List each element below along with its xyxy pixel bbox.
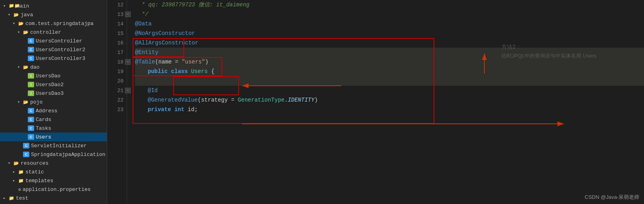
sidebar-item-pojo[interactable]: 📂 pojo: [0, 98, 107, 106]
sidebar-label-ud: UsersDao: [36, 73, 60, 79]
sidebar-label-templates: templates: [25, 178, 53, 184]
sidebar-item-controller[interactable]: 📂 controller: [0, 28, 107, 37]
sidebar-label-java: java: [21, 12, 33, 18]
folder-icon-main: 📁: [9, 3, 15, 9]
ln-16: 16: [107, 38, 123, 48]
sidebar-item-cards[interactable]: C Cards: [0, 115, 107, 124]
code-text-21: @Id: [148, 87, 158, 94]
code-line-21: @Id: [135, 86, 644, 95]
watermark: CSDN @Java-呆萌老师: [585, 194, 639, 201]
code-line-15: @NoArgsConstructor: [135, 29, 644, 38]
chevron-pojo: [17, 100, 23, 104]
code-text-22b: (strategy =: [198, 97, 238, 103]
code-editor: 12 13 — 14 15 16 17 18 — 19 20 21 — 22 2…: [107, 0, 644, 204]
code-text-15: @NoArgsConstructor: [135, 30, 195, 37]
sidebar-item-templates[interactable]: 📁 templates: [0, 176, 107, 185]
sidebar-item-usersdao3[interactable]: I UsersDao3: [0, 89, 107, 98]
class-icon-tasks: C: [28, 125, 34, 131]
code-text-22a: @GeneratedValue: [148, 97, 198, 103]
sidebar-item-userscontroller2[interactable]: C UsersController2: [0, 45, 107, 54]
code-line-14: @Data: [135, 19, 644, 29]
sidebar-item-java[interactable]: 📂 java: [0, 10, 107, 19]
sidebar-item-springapp[interactable]: C SpringdatajpaApplication: [0, 150, 107, 159]
ln-23: 23: [107, 105, 123, 114]
ln-21: 21 —: [107, 86, 123, 95]
sidebar-item-servlet[interactable]: C ServletInitializer: [0, 141, 107, 150]
sidebar-item-main[interactable]: 📁 main: [0, 2, 107, 10]
class-icon-servlet: C: [23, 143, 29, 148]
folder-icon-controller: 📂: [23, 30, 29, 35]
sidebar-label-ud3: UsersDao3: [36, 90, 64, 96]
sidebar-item-usersdao2[interactable]: I UsersDao2: [0, 80, 107, 89]
code-text-17: @Entity: [135, 49, 158, 56]
code-text-14: @Data: [135, 21, 152, 27]
code-text-18b: (name =: [155, 59, 181, 65]
class-icon-cards: C: [28, 117, 34, 122]
sidebar-item-tasks[interactable]: C Tasks: [0, 124, 107, 133]
class-icon-uc3: C: [28, 56, 34, 61]
annotation-method2: 方法2：: [501, 44, 596, 51]
ln-17: 17: [107, 48, 123, 57]
indent-22: [135, 97, 148, 103]
code-text-12: * qq: 2398779723 微信: it_daimeng: [135, 1, 249, 8]
sidebar-item-users[interactable]: C Users: [0, 133, 107, 141]
interface-icon-ud3: I: [28, 90, 34, 96]
sidebar-label-pojo: pojo: [30, 99, 42, 105]
chevron-java: [8, 12, 13, 17]
code-line-22: @GeneratedValue(strategy = GenerationTyp…: [135, 95, 644, 105]
code-text-13: */: [135, 11, 148, 17]
class-icon-uc: C: [28, 38, 34, 44]
code-kw-int: int: [174, 106, 184, 113]
chevron-com: [13, 21, 18, 26]
sidebar-label-ud2: UsersDao2: [36, 82, 64, 88]
code-text-18c: "users": [182, 59, 205, 65]
code-sp1: [168, 68, 171, 75]
indent-21: [135, 87, 148, 94]
code-sp-priv: [171, 106, 174, 113]
sidebar-label-tasks: Tasks: [36, 125, 51, 131]
sidebar-label-users: Users: [36, 134, 51, 140]
folder-icon-pojo: 📂: [23, 100, 29, 105]
chevron-main: [3, 4, 9, 8]
indent-19: [135, 68, 148, 75]
sidebar-item-resources[interactable]: 📂 resources: [0, 159, 107, 167]
ln-12: 12: [107, 0, 123, 10]
code-kw-private: private: [148, 106, 171, 113]
code-line-23: private int id;: [135, 105, 644, 114]
sidebar-item-com[interactable]: 📂 com.test.springdatajpa: [0, 19, 107, 28]
sidebar-item-address[interactable]: C Address: [0, 106, 107, 115]
sidebar-label-static: static: [25, 169, 44, 175]
class-icon-users: C: [28, 134, 34, 140]
chevron-test: [3, 196, 9, 200]
ln-18: 18 —: [107, 57, 123, 67]
sidebar-item-static[interactable]: 📁 static: [0, 167, 107, 176]
line-numbers: 12 13 — 14 15 16 17 18 — 19 20 21 — 22 2…: [107, 0, 127, 204]
ln-15: 15: [107, 29, 123, 38]
code-line-20: [135, 76, 644, 86]
indent-23: [135, 106, 148, 113]
code-text-18d: ): [205, 59, 208, 65]
sidebar-item-dao[interactable]: 📂 dao: [0, 63, 107, 71]
code-text-18a: @Table: [135, 59, 155, 65]
code-text-22d: .: [284, 97, 287, 103]
chevron-static: [13, 169, 18, 174]
sidebar-label-uc: UsersController: [36, 38, 82, 44]
sidebar-label-appprops: application.properties: [23, 187, 91, 192]
folder-icon-dao: 📂: [23, 65, 29, 70]
chevron-resources: [8, 161, 13, 166]
chevron-dao: [17, 65, 23, 69]
sidebar-item-target[interactable]: 📁 target: [0, 202, 107, 204]
interface-icon-ud2: I: [28, 82, 34, 87]
file-icon-appprops: ⚙: [18, 187, 21, 192]
sidebar-item-userscontroller[interactable]: C UsersController: [0, 37, 107, 45]
sidebar-label-controller: controller: [30, 29, 61, 35]
code-text-22f: ): [314, 97, 318, 103]
sidebar-item-userscontroller3[interactable]: C UsersController3: [0, 54, 107, 63]
sidebar-item-test[interactable]: 📁 test: [0, 194, 107, 202]
sidebar-label-test: test: [16, 195, 28, 201]
ln-22: 22: [107, 95, 123, 105]
code-text-16: @AllArgsConstructor: [135, 40, 199, 46]
code-var-id: id;: [184, 106, 198, 113]
sidebar-item-usersdao[interactable]: I UsersDao: [0, 71, 107, 80]
sidebar-item-appprops[interactable]: ⚙ application.properties: [0, 185, 107, 194]
